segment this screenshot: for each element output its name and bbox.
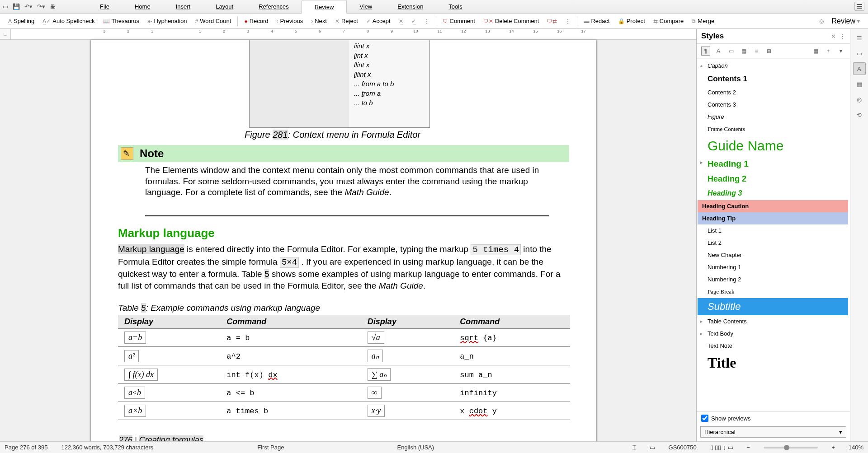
style-title[interactable]: Title [698, 352, 848, 374]
zoom-in-icon[interactable]: + [831, 444, 835, 451]
style-heading-3[interactable]: Heading 3 [698, 187, 848, 200]
style-figure[interactable]: Figure [698, 111, 848, 123]
panel-menu-icon[interactable]: ⋮ [840, 33, 845, 40]
status-pagestyle[interactable]: First Page [257, 444, 284, 451]
styles-list[interactable]: ▸CaptionContents 1Contents 2Contents 3Fi… [697, 59, 850, 411]
hyphenation-button[interactable]: a-Hyphenation [144, 16, 191, 26]
menu-references[interactable]: References [246, 0, 301, 13]
style-table-contents[interactable]: ▸Table Contents [698, 315, 848, 327]
style-guide-name[interactable]: Guide Name [698, 135, 848, 156]
reject-button[interactable]: ✕Reject [331, 16, 362, 26]
auto-spellcheck-button[interactable]: A̲✓Auto Spellcheck [39, 16, 98, 26]
menu-review[interactable]: Review [302, 0, 347, 14]
style-page-break[interactable]: Page Break [698, 285, 848, 298]
spelling-button[interactable]: A̲Spelling [5, 16, 38, 26]
style-heading-2[interactable]: Heading 2 [698, 172, 848, 187]
style-heading-tip[interactable]: Heading Tip [698, 212, 848, 224]
style-frame-contents[interactable]: Frame Contents [698, 123, 848, 135]
next-button[interactable]: ›Next [307, 16, 330, 26]
styles-title-bar: Styles ✕ ⋮ [697, 29, 850, 44]
page-styles-icon[interactable]: ▤ [739, 47, 748, 56]
char-styles-icon[interactable]: A [714, 47, 723, 56]
zoom-out-icon[interactable]: − [747, 444, 750, 451]
hamburger-button[interactable] [854, 2, 864, 11]
page-rail-icon[interactable]: ▭ [853, 47, 866, 60]
style-text-body[interactable]: ▸Text Body [698, 327, 848, 340]
style-text-note[interactable]: Text Note [698, 340, 848, 352]
show-previews-checkbox[interactable] [701, 415, 708, 422]
save-icon[interactable]: 💾 [13, 3, 20, 10]
print-icon[interactable]: 🖶 [50, 3, 56, 10]
navigator-rail-icon[interactable]: ◎ [853, 93, 866, 106]
horizontal-ruler[interactable]: 3211234567891011121314151617 [11, 29, 696, 40]
inspect-rail-icon[interactable]: ⟲ [853, 108, 866, 121]
styles-filter-dropdown[interactable]: Hierarchical▾ [700, 426, 846, 438]
note-body: The Elements window and the context menu… [145, 165, 547, 198]
new-icon[interactable]: ▭ [3, 3, 8, 10]
style-heading-1[interactable]: ▸Heading 1 [698, 156, 848, 172]
accept-all-icon[interactable]: ✓̲ [408, 16, 420, 26]
merge-button[interactable]: ⧉Merge [688, 16, 718, 26]
word-count-button[interactable]: #Word Count [192, 16, 235, 26]
list-styles-icon[interactable]: ≡ [752, 47, 761, 56]
frame-styles-icon[interactable]: ▭ [726, 47, 736, 56]
status-language[interactable]: English (USA) [397, 444, 434, 451]
style-numbering-2[interactable]: Numbering 2 [698, 273, 848, 285]
compare-button[interactable]: ⇆Compare [650, 16, 687, 26]
main-area: ∟ 3211234567891011121314151617 iiint xli… [0, 29, 868, 441]
menu-file[interactable]: File [87, 0, 122, 13]
sidebar-rail: ☰ ▭ A̲ ▦ ◎ ⟲ [850, 29, 868, 441]
record-button[interactable]: ●Record [241, 16, 272, 26]
status-page[interactable]: Page 276 of 395 [5, 444, 47, 451]
status-words[interactable]: 122,360 words, 703,729 characters [61, 444, 153, 451]
properties-rail-icon[interactable]: ☰ [853, 32, 866, 44]
gallery-rail-icon[interactable]: ▦ [853, 78, 866, 90]
style-actions-icon[interactable]: ▾ [836, 47, 845, 56]
menu-tools[interactable]: Tools [436, 0, 475, 13]
more-track-icon[interactable]: ⋮ [420, 16, 433, 26]
menu-insert[interactable]: Insert [163, 0, 203, 13]
zoom-slider[interactable] [764, 447, 818, 448]
ruler-corner: ∟ [0, 29, 11, 40]
style-new-chapter[interactable]: New Chapter [698, 249, 848, 261]
new-style-icon[interactable]: + [824, 47, 833, 56]
target-icon[interactable]: ◎ [816, 16, 827, 26]
style-heading-caution[interactable]: Heading Caution [698, 200, 848, 212]
delete-comment-button[interactable]: 🗨✕Delete Comment [480, 16, 543, 26]
more-comment-icon[interactable]: ⋮ [561, 16, 574, 26]
reject-all-icon[interactable]: ✕̲ [395, 16, 407, 26]
previous-button[interactable]: ‹Previous [273, 16, 307, 26]
style-list-1[interactable]: List 1 [698, 224, 848, 237]
table-styles-icon[interactable]: ⊞ [764, 47, 774, 56]
close-icon[interactable]: ✕ [831, 33, 836, 40]
comment-button[interactable]: 🗨Comment [439, 16, 479, 26]
status-insert-icon[interactable]: ⌶ [632, 444, 636, 451]
style-contents-1[interactable]: Contents 1 [698, 72, 848, 86]
comment-nav-icon[interactable]: 🗨⇄ [543, 16, 561, 26]
redact-button[interactable]: ▬Redact [580, 16, 613, 26]
redo-icon[interactable]: ↷▾ [37, 3, 45, 10]
menu-view[interactable]: View [347, 0, 385, 13]
status-sig-icon[interactable]: ▭ [650, 444, 655, 451]
menu-home[interactable]: Home [122, 0, 163, 13]
style-caption[interactable]: ▸Caption [698, 60, 848, 72]
menu-layout[interactable]: Layout [203, 0, 246, 13]
style-contents-3[interactable]: Contents 3 [698, 98, 848, 111]
status-view-icons[interactable]: ▯ ▯▯ ⫿ ▭ [710, 444, 733, 451]
styles-rail-icon[interactable]: A̲ [853, 62, 866, 75]
fill-format-icon[interactable]: ▦ [811, 47, 820, 56]
protect-button[interactable]: 🔒Protect [614, 16, 649, 26]
style-list-2[interactable]: List 2 [698, 237, 848, 249]
style-numbering-1[interactable]: Numbering 1 [698, 261, 848, 273]
paragraph-styles-icon[interactable]: ¶ [701, 47, 710, 56]
style-contents-2[interactable]: Contents 2 [698, 86, 848, 98]
thesaurus-button[interactable]: 📖Thesaurus [99, 16, 143, 26]
style-subtitle[interactable]: Subtitle [698, 298, 848, 315]
accept-button[interactable]: ✓Accept [363, 16, 394, 26]
show-previews-check[interactable]: Show previews [697, 411, 850, 425]
review-dropdown[interactable]: Review ▾ [828, 15, 863, 27]
undo-icon[interactable]: ↶▾ [24, 3, 33, 10]
menu-extension[interactable]: Extension [385, 0, 436, 13]
styles-title: Styles [701, 32, 831, 41]
zoom-level[interactable]: 140% [849, 444, 863, 451]
